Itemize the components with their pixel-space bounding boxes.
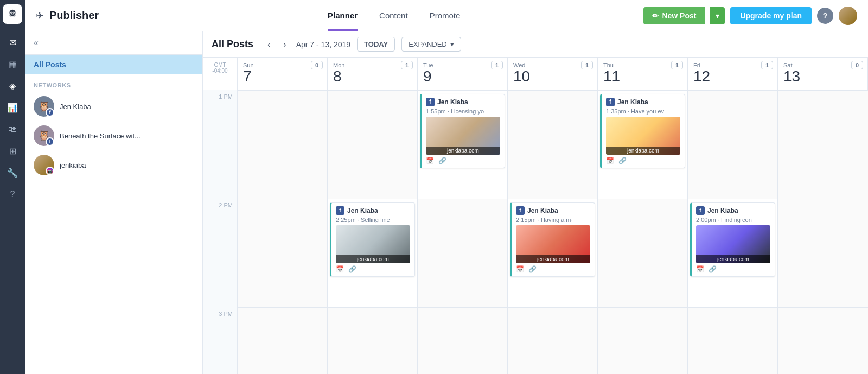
all-posts-item[interactable]: All Posts <box>25 55 202 74</box>
day-badge-sat: 0 <box>851 61 863 69</box>
link-icon[interactable]: 🔗 <box>438 157 446 164</box>
post-url-wed: jenkiaba.com <box>516 255 590 263</box>
facebook-badge: f <box>46 108 54 117</box>
post-card-footer-thu: 📅 🔗 <box>606 157 680 164</box>
app-logo[interactable] <box>3 4 22 24</box>
sidebar-header: « <box>25 31 202 55</box>
cell-thu-3pm <box>598 307 688 374</box>
time-row-2pm: 2 PM f Jen Kiaba 2:25pm · Selling fine <box>203 199 868 307</box>
tab-content[interactable]: Content <box>379 0 408 31</box>
cell-tue-1pm: f Jen Kiaba 1:55pm · Licensing yo jenkia… <box>418 90 508 199</box>
collapse-button[interactable]: « <box>34 38 39 48</box>
network-item-jenkiaba-instagram[interactable]: 📷 jenkiaba <box>25 150 202 180</box>
cell-wed-2pm: f Jen Kiaba 2:15pm · Having a m· jenkiab… <box>508 199 598 307</box>
network-item-beneath-surface[interactable]: 🦉 f Beneath the Surface wit... <box>25 121 202 150</box>
calendar-icon-mon[interactable]: 📅 <box>336 265 344 273</box>
post-url: jenkiaba.com <box>426 147 500 155</box>
next-week-button[interactable]: › <box>280 39 289 50</box>
network-item-jen-kiaba[interactable]: 🦉 f Jen Kiaba <box>25 92 202 121</box>
tab-planner[interactable]: Planner <box>328 0 358 31</box>
nav-publisher-icon[interactable]: ◈ <box>3 76 22 96</box>
calendar-toolbar: All Posts ‹ › Apr 7 - 13, 2019 TODAY EXP… <box>203 31 868 58</box>
post-time-text: 1:55pm · Licensing yo <box>426 108 500 115</box>
nav-compose-icon[interactable]: ✉ <box>3 33 22 52</box>
facebook-icon-fri: f <box>696 206 705 215</box>
post-card-tue-1pm[interactable]: f Jen Kiaba 1:55pm · Licensing yo jenkia… <box>420 94 505 168</box>
new-post-dropdown-button[interactable]: ▾ <box>710 7 725 24</box>
top-bar-right: ✏ New Post ▾ Upgrade my plan ? <box>643 7 857 25</box>
day-header-thu: Thu 11 1 <box>598 58 688 90</box>
post-card-header-mon: f Jen Kiaba <box>336 206 410 215</box>
content-area: « All Posts NETWORKS 🦉 f Jen Kiaba 🦉 f B… <box>25 31 868 374</box>
post-url-fri: jenkiaba.com <box>696 255 770 263</box>
post-time-text-wed: 2:15pm · Having a m· <box>516 217 590 223</box>
network-name-jen: Jen Kiaba <box>60 103 91 111</box>
calendar-icon-fri[interactable]: 📅 <box>696 265 704 273</box>
new-post-button[interactable]: ✏ New Post <box>643 7 705 24</box>
post-image-mon: jenkiaba.com <box>336 225 410 263</box>
cell-mon-3pm <box>328 307 418 374</box>
today-button[interactable]: TODAY <box>357 37 395 52</box>
cell-sun-2pm <box>238 199 328 307</box>
calendar-icon-thu[interactable]: 📅 <box>606 157 614 164</box>
publisher-nav-icon: ✈ <box>36 10 44 22</box>
facebook-icon-mon: f <box>336 206 344 215</box>
nav-streams-icon[interactable]: ▦ <box>3 54 22 74</box>
post-time-text-mon: 2:25pm · Selling fine <box>336 217 410 223</box>
prev-week-button[interactable]: ‹ <box>264 39 273 50</box>
svg-point-6 <box>11 12 12 13</box>
post-card-wed-2pm[interactable]: f Jen Kiaba 2:15pm · Having a m· jenkiab… <box>510 202 595 277</box>
cell-mon-1pm <box>328 90 418 199</box>
tab-promote[interactable]: Promote <box>430 0 461 31</box>
time-label-3pm: 3 PM <box>203 307 238 374</box>
cell-mon-2pm: f Jen Kiaba 2:25pm · Selling fine jenkia… <box>328 199 418 307</box>
link-icon-thu[interactable]: 🔗 <box>618 157 627 164</box>
day-header-sun: Sun 7 0 <box>238 58 328 90</box>
avatar-image <box>839 7 857 25</box>
calendar-icon-wed[interactable]: 📅 <box>516 265 524 273</box>
nav-help-icon[interactable]: ? <box>3 185 22 204</box>
post-card-fri-2pm[interactable]: f Jen Kiaba 2:00pm · Finding con jenkiab… <box>690 202 775 277</box>
user-avatar[interactable] <box>839 7 857 25</box>
day-badge-sun: 0 <box>311 61 323 69</box>
post-card-footer-wed: 📅 🔗 <box>516 265 590 273</box>
day-badge-mon: 1 <box>401 61 413 69</box>
post-card-thu-1pm[interactable]: f Jen Kiaba 1:35pm · Have you ev jenkiab… <box>600 94 685 168</box>
facebook-icon-thu: f <box>606 98 615 106</box>
day-badge-thu: 1 <box>671 61 683 69</box>
nav-analytics-icon[interactable]: 📊 <box>3 98 22 117</box>
facebook-icon-wed: f <box>516 206 525 215</box>
link-icon-fri[interactable]: 🔗 <box>709 265 717 273</box>
network-avatar-jen: 🦉 f <box>34 96 54 117</box>
link-icon-mon[interactable]: 🔗 <box>348 265 356 273</box>
post-url-mon: jenkiaba.com <box>336 255 410 263</box>
upgrade-button[interactable]: Upgrade my plan <box>730 7 812 24</box>
calendar-icon[interactable]: 📅 <box>426 157 434 164</box>
help-button[interactable]: ? <box>817 8 833 24</box>
nav-campaigns-icon[interactable]: 🛍 <box>3 119 22 139</box>
cell-fri-3pm <box>688 307 778 374</box>
calendar-grid: GMT -04:00 Sun 7 0 Mon 8 1 <box>203 58 868 374</box>
time-row-3pm: 3 PM <box>203 307 868 374</box>
top-bar: ✈ Publisher Planner Content Promote ✏ Ne… <box>25 0 868 31</box>
gmt-label: GMT -04:00 <box>203 58 238 90</box>
post-card-mon-2pm[interactable]: f Jen Kiaba 2:25pm · Selling fine jenkia… <box>330 202 415 277</box>
cell-thu-2pm <box>598 199 688 307</box>
day-header-tue: Tue 9 1 <box>418 58 508 90</box>
day-header-fri: Fri 12 1 <box>688 58 778 90</box>
post-url-thu: jenkiaba.com <box>606 147 680 155</box>
nav-tools-icon[interactable]: 🔧 <box>3 163 22 182</box>
network-avatar-beneath: 🦉 f <box>34 125 54 146</box>
chevron-down-icon: ▾ <box>450 40 454 48</box>
cell-tue-2pm <box>418 199 508 307</box>
edit-icon: ✏ <box>652 11 659 20</box>
link-icon-wed[interactable]: 🔗 <box>528 265 537 273</box>
post-card-footer-fri: 📅 🔗 <box>696 265 770 273</box>
nav-apps-icon[interactable]: ⊞ <box>3 141 22 161</box>
instagram-badge: 📷 <box>46 167 54 175</box>
post-image: jenkiaba.com <box>426 117 500 155</box>
time-label-2pm: 2 PM <box>203 199 238 307</box>
expanded-button[interactable]: EXPANDED ▾ <box>401 37 461 52</box>
post-time-text-thu: 1:35pm · Have you ev <box>606 108 680 115</box>
calendar-title: All Posts <box>212 39 253 50</box>
